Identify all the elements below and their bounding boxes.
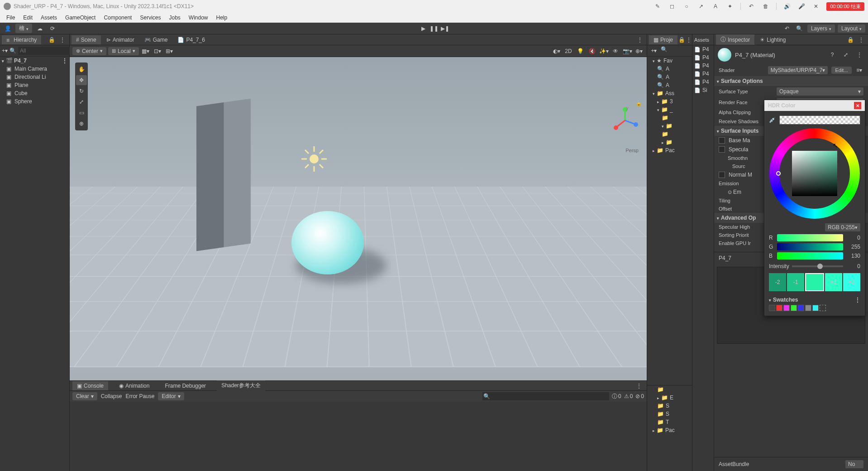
scene-menu-icon[interactable]: ⋮ xyxy=(635,35,645,44)
project-menu-icon[interactable]: ⋮ xyxy=(686,35,692,44)
hdr-close-button[interactable]: ✕ xyxy=(854,102,861,109)
swatch-add[interactable] xyxy=(820,305,826,311)
console-search-input[interactable] xyxy=(482,392,609,400)
hierarchy-item-sphere[interactable]: ▣Sphere xyxy=(0,97,69,106)
swatch[interactable] xyxy=(791,305,797,311)
folder-item[interactable]: 📁 xyxy=(647,114,692,122)
shader-settings-icon[interactable]: ≡▾ xyxy=(855,66,863,75)
scene-viewport[interactable]: ✋ ✥ ↻ ⤢ ▭ ⊕ y Persp 🔒 xyxy=(70,57,647,380)
intensity-value[interactable]: 0 xyxy=(846,263,860,269)
folder-item[interactable]: 📁 T xyxy=(647,418,692,426)
b-slider[interactable] xyxy=(777,252,843,260)
console-menu-icon[interactable]: ⋮ xyxy=(634,381,644,390)
swatch[interactable] xyxy=(769,305,775,311)
rotate-tool[interactable]: ↻ xyxy=(76,86,87,96)
mic-icon[interactable]: 🎤 xyxy=(797,2,806,10)
folder-item[interactable]: 📁 S xyxy=(647,402,692,410)
folder-item[interactable]: 📁 E xyxy=(647,394,692,402)
snap-settings-icon[interactable]: ⊞▾ xyxy=(164,47,174,56)
b-value[interactable]: 130 xyxy=(846,253,860,259)
asset-tab[interactable]: 📄P4_7_6 xyxy=(173,35,209,44)
folder-item[interactable]: 📁 S xyxy=(647,410,692,418)
asset-item[interactable]: 📄P4 xyxy=(692,45,714,53)
swatch[interactable] xyxy=(805,305,811,311)
framedebugger-tab[interactable]: Frame Debugger xyxy=(160,381,210,390)
project-tab[interactable]: ▦ Proje xyxy=(649,35,677,44)
inspector-menu-icon[interactable]: ⋮ xyxy=(856,35,866,44)
gizmos-dropdown-icon[interactable]: ⊕▾ xyxy=(634,47,644,56)
pivot-dropdown[interactable]: ⊕Center▾ xyxy=(72,47,106,55)
r-value[interactable]: 0 xyxy=(846,235,860,241)
scene-lock-icon[interactable]: 🔒 xyxy=(635,100,642,106)
hidden-toggle-icon[interactable]: 👁 xyxy=(610,47,620,56)
assetbundle-dropdown[interactable]: No xyxy=(845,460,863,468)
edit-shader-button[interactable]: Edit... xyxy=(831,67,851,74)
folder-item[interactable]: 📁 3 xyxy=(647,97,692,106)
search-toolbar-icon[interactable]: 🔍 xyxy=(795,24,805,33)
fav-item[interactable]: 🔍 A xyxy=(647,81,692,89)
undo-icon[interactable]: ↶ xyxy=(747,2,755,10)
snap-increment-icon[interactable]: ⊡▾ xyxy=(153,47,162,56)
speaker-icon[interactable]: 🔊 xyxy=(783,2,791,10)
surface-options-header[interactable]: Surface Options xyxy=(714,76,868,86)
scale-tool[interactable]: ⤢ xyxy=(76,97,87,107)
shaderref-tab[interactable]: Shader参考大全 xyxy=(217,380,265,391)
scene-root[interactable]: 🎬 P4_7 ⋮ xyxy=(0,57,69,65)
folder-item[interactable]: 📁 xyxy=(647,130,692,138)
editor-dropdown[interactable]: Editor ▾ xyxy=(158,392,184,400)
perspective-label[interactable]: Persp xyxy=(625,148,639,153)
account-dropdown[interactable]: 楠 xyxy=(15,24,32,33)
info-count[interactable]: ⓘ0 xyxy=(612,393,621,400)
pause-button[interactable]: ❚❚ xyxy=(429,24,439,33)
project-add-button[interactable]: +▾ xyxy=(649,46,659,55)
menu-assets[interactable]: Assets xyxy=(37,14,61,22)
layers-dropdown[interactable]: Layers xyxy=(807,24,835,33)
hue-cursor[interactable] xyxy=(776,171,781,176)
g-slider[interactable] xyxy=(777,243,843,250)
account-icon[interactable]: 👤 xyxy=(3,24,13,33)
arrow-icon[interactable]: ↗ xyxy=(697,2,705,10)
expand-icon[interactable]: ⤢ xyxy=(841,50,851,59)
clear-button[interactable]: Clear ▾ xyxy=(72,392,97,400)
menu-edit[interactable]: Edit xyxy=(19,14,36,22)
intensity-slider[interactable] xyxy=(792,265,843,267)
menu-file[interactable]: File xyxy=(3,14,19,22)
record-badge[interactable]: 00:00:00 结束 xyxy=(826,2,864,11)
camera-settings-icon[interactable]: 📷▾ xyxy=(622,47,632,56)
fav-item[interactable]: 🔍 A xyxy=(647,73,692,81)
exp-minus1[interactable]: -1 xyxy=(787,273,804,291)
animator-tab[interactable]: ⊳Animator xyxy=(102,35,139,44)
undo-toolbar-icon[interactable]: ↶ xyxy=(782,24,792,33)
exp-minus2[interactable]: -2 xyxy=(769,273,786,291)
warn-count[interactable]: ⚠0 xyxy=(624,393,633,399)
swatch[interactable] xyxy=(812,305,819,311)
assets-folder[interactable]: 📁 Ass xyxy=(647,89,692,97)
exp-plus1[interactable]: +1 xyxy=(825,273,842,291)
menu-component[interactable]: Component xyxy=(100,14,135,22)
close-x-icon[interactable]: ✕ xyxy=(812,2,820,10)
hierarchy-lock-icon[interactable]: 🔒 xyxy=(47,35,57,44)
menu-jobs[interactable]: Jobs xyxy=(165,14,184,22)
menu-help[interactable]: Help xyxy=(213,14,231,22)
move-tool[interactable]: ✥ xyxy=(76,75,87,85)
fx-toggle-icon[interactable]: ✨▾ xyxy=(599,47,609,56)
square-icon[interactable]: ◻ xyxy=(668,2,676,10)
swatches-header[interactable]: Swatches⋮ xyxy=(769,295,860,305)
swatch[interactable] xyxy=(776,305,782,311)
color-preview-swatch[interactable] xyxy=(779,115,860,125)
swatches-menu-icon[interactable]: ⋮ xyxy=(855,297,860,303)
hierarchy-tab[interactable]: ≡ Hierarchy xyxy=(2,35,41,44)
menu-gameobject[interactable]: GameObject xyxy=(62,14,99,22)
asset-item[interactable]: 📄P4 xyxy=(692,70,714,78)
trash-icon[interactable]: 🗑 xyxy=(762,2,770,10)
game-tab[interactable]: 🎮Game xyxy=(140,35,172,44)
swatch[interactable] xyxy=(798,305,804,311)
cloud-icon[interactable]: ☁ xyxy=(35,24,45,33)
color-mode-dropdown[interactable]: RGB 0-255 ▾ xyxy=(825,223,860,231)
menu-services[interactable]: Services xyxy=(136,14,164,22)
folder-item[interactable]: 📁 xyxy=(647,385,692,394)
scene-tab[interactable]: #Scene xyxy=(72,35,101,44)
history-icon[interactable]: ⟳ xyxy=(48,24,57,33)
r-slider[interactable] xyxy=(777,234,843,241)
pencil-icon[interactable]: ✎ xyxy=(653,2,662,10)
